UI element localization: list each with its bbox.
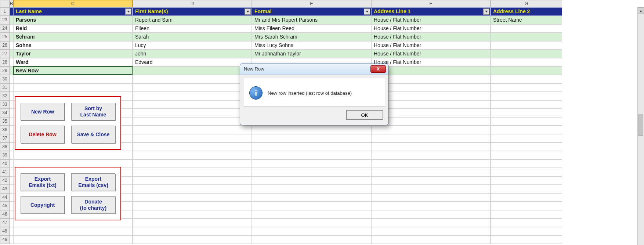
empty-cell[interactable]: [491, 235, 562, 244]
empty-cell[interactable]: [371, 202, 491, 210]
new-row-button[interactable]: New Row: [21, 103, 65, 120]
dialog-close-button[interactable]: X: [370, 65, 386, 73]
empty-cell[interactable]: [10, 185, 13, 193]
empty-cell[interactable]: [133, 202, 252, 210]
save-close-button[interactable]: Save & Close: [71, 126, 115, 143]
cell[interactable]: [10, 50, 13, 58]
empty-cell[interactable]: [10, 100, 13, 109]
row-head[interactable]: 45: [0, 202, 10, 210]
empty-cell[interactable]: [491, 176, 562, 185]
empty-cell[interactable]: [371, 210, 491, 219]
cell-addr2[interactable]: [491, 58, 562, 66]
col-head-F[interactable]: F: [371, 0, 491, 7]
empty-cell[interactable]: [252, 126, 371, 134]
empty-cell[interactable]: [133, 235, 252, 244]
empty-cell[interactable]: [133, 83, 252, 92]
empty-cell[interactable]: [10, 126, 13, 134]
cell-addr1[interactable]: House / Flat Number: [371, 41, 491, 50]
empty-cell[interactable]: [133, 227, 252, 235]
cell[interactable]: [10, 41, 13, 50]
empty-cell[interactable]: [371, 92, 491, 100]
cell-last-name[interactable]: Taylor: [13, 50, 133, 58]
cell-first-name[interactable]: Lucy: [133, 41, 252, 50]
cell-first-name[interactable]: Rupert and Sam: [133, 16, 252, 24]
empty-cell[interactable]: [13, 151, 133, 159]
empty-cell[interactable]: [133, 151, 252, 159]
empty-cell[interactable]: [252, 193, 371, 202]
cell-addr2[interactable]: [491, 24, 562, 33]
col-head-E[interactable]: E: [252, 0, 371, 7]
row-head[interactable]: 36: [0, 126, 10, 134]
cell-addr2[interactable]: [491, 41, 562, 50]
cell-first-name[interactable]: Edward: [133, 58, 252, 66]
row-head[interactable]: 41: [0, 168, 10, 176]
col-head-B[interactable]: B: [10, 0, 13, 7]
cell-first-name[interactable]: John: [133, 50, 252, 58]
cell-last-name-active[interactable]: New Row: [13, 66, 133, 75]
cell-addr2[interactable]: [491, 33, 562, 41]
cell-first-name[interactable]: [133, 66, 252, 75]
empty-cell[interactable]: [133, 219, 252, 227]
empty-cell[interactable]: [133, 126, 252, 134]
empty-cell[interactable]: [371, 134, 491, 143]
empty-cell[interactable]: [252, 134, 371, 143]
empty-cell[interactable]: [252, 176, 371, 185]
sort-last-name-button[interactable]: Sort by Last Name: [71, 103, 115, 120]
empty-cell[interactable]: [491, 151, 562, 159]
empty-cell[interactable]: [371, 143, 491, 151]
empty-cell[interactable]: [10, 92, 13, 100]
filter-formal[interactable]: [364, 8, 370, 15]
empty-cell[interactable]: [491, 126, 562, 134]
empty-cell[interactable]: [491, 185, 562, 193]
col-head-C[interactable]: C: [13, 0, 133, 7]
empty-cell[interactable]: [10, 159, 13, 168]
empty-cell[interactable]: [10, 202, 13, 210]
row-head[interactable]: 44: [0, 193, 10, 202]
empty-cell[interactable]: [491, 202, 562, 210]
empty-cell[interactable]: [371, 159, 491, 168]
export-emails-txt-button[interactable]: Export Emails (txt): [21, 173, 65, 191]
row-head[interactable]: 29: [0, 66, 10, 75]
cell-last-name[interactable]: Sohns: [13, 41, 133, 50]
empty-cell[interactable]: [10, 210, 13, 219]
empty-cell[interactable]: [252, 219, 371, 227]
row-head[interactable]: 26: [0, 41, 10, 50]
empty-cell[interactable]: [252, 235, 371, 244]
empty-cell[interactable]: [10, 235, 13, 244]
empty-cell[interactable]: [133, 92, 252, 100]
empty-cell[interactable]: [371, 235, 491, 244]
cell-last-name[interactable]: Ward: [13, 58, 133, 66]
empty-cell[interactable]: [252, 185, 371, 193]
empty-cell[interactable]: [252, 227, 371, 235]
empty-cell[interactable]: [371, 193, 491, 202]
empty-cell[interactable]: [371, 83, 491, 92]
row-head[interactable]: 31: [0, 83, 10, 92]
copyright-button[interactable]: Copyright: [21, 196, 65, 214]
cell[interactable]: [10, 33, 13, 41]
empty-cell[interactable]: [491, 168, 562, 176]
empty-cell[interactable]: [10, 134, 13, 143]
empty-cell[interactable]: [133, 193, 252, 202]
empty-cell[interactable]: [133, 109, 252, 117]
empty-cell[interactable]: [10, 227, 13, 235]
empty-cell[interactable]: [133, 100, 252, 109]
empty-cell[interactable]: [133, 210, 252, 219]
empty-cell[interactable]: [13, 235, 133, 244]
cell-last-name[interactable]: Reid: [13, 24, 133, 33]
empty-cell[interactable]: [10, 109, 13, 117]
cell-addr1[interactable]: House / Flat Number: [371, 33, 491, 41]
empty-cell[interactable]: [371, 219, 491, 227]
filter-address1[interactable]: [483, 8, 489, 15]
empty-cell[interactable]: [133, 159, 252, 168]
row-head[interactable]: 30: [0, 75, 10, 83]
empty-cell[interactable]: [252, 159, 371, 168]
filter-first-names[interactable]: [245, 8, 251, 15]
row-head[interactable]: 23: [0, 16, 10, 24]
empty-cell[interactable]: [491, 193, 562, 202]
empty-cell[interactable]: [371, 176, 491, 185]
scroll-thumb[interactable]: [638, 114, 643, 136]
empty-cell[interactable]: [491, 75, 562, 83]
row-head[interactable]: 40: [0, 159, 10, 168]
row-head[interactable]: 38: [0, 143, 10, 151]
empty-cell[interactable]: [133, 143, 252, 151]
